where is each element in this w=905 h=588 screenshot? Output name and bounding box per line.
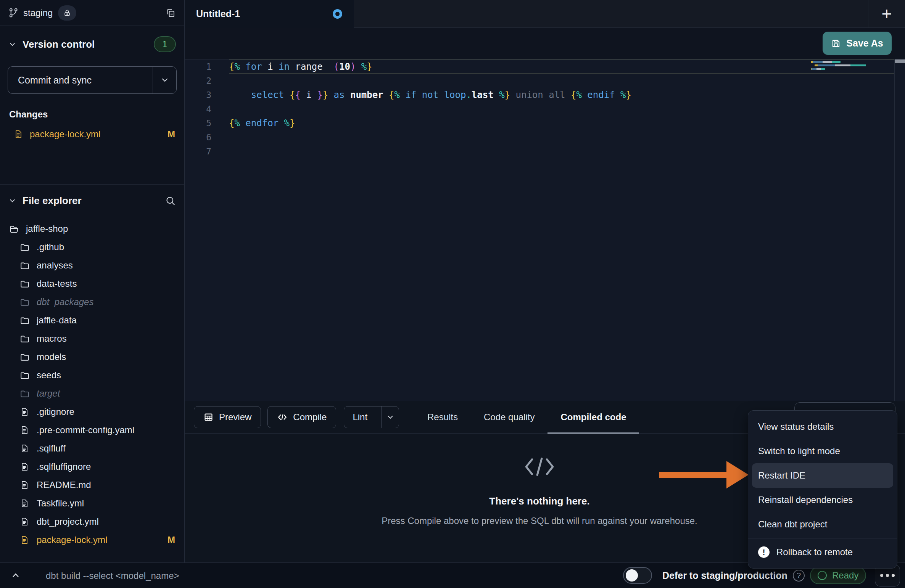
- panel-tab-results[interactable]: Results: [414, 401, 471, 434]
- menu-item-clean-dbt-project[interactable]: Clean dbt project: [752, 512, 893, 537]
- menu-item-rollback-to-remote[interactable]: !Rollback to remote: [752, 540, 893, 564]
- folder-icon: [20, 334, 31, 344]
- line-number: 3: [185, 90, 229, 100]
- file-name: dbt_packages: [37, 297, 93, 307]
- menu-item-switch-to-light-mode[interactable]: Switch to light mode: [752, 439, 893, 463]
- results-panel: Preview Compile Lint ResultsCode quality…: [185, 401, 905, 562]
- preview-label: Preview: [219, 412, 251, 423]
- save-as-button[interactable]: Save As: [823, 32, 892, 55]
- status-badge: Ready: [810, 567, 866, 584]
- code-line[interactable]: 5{% endfor %}: [185, 116, 905, 130]
- file-tree-item--sqlfluffignore[interactable]: .sqlfluffignore: [0, 458, 184, 476]
- expand-command-bar-button[interactable]: [0, 563, 31, 588]
- code-icon: [277, 412, 288, 423]
- status-text: Ready: [832, 570, 858, 581]
- code-line[interactable]: 1{% for i in range (10) %}: [185, 59, 905, 74]
- menu-item-view-status-details[interactable]: View status details: [752, 414, 893, 439]
- defer-toggle[interactable]: [623, 567, 652, 584]
- file-tree-item-data-tests[interactable]: data-tests: [0, 275, 184, 293]
- copy-branch-button[interactable]: [166, 8, 176, 18]
- new-tab-button[interactable]: +: [868, 0, 905, 28]
- editor-tabstrip: Untitled-1 +: [185, 0, 905, 28]
- code-text: select {{ i }} as number {% if not loop.…: [229, 90, 631, 100]
- editor-header: Save As: [185, 28, 905, 59]
- file-tree-item-seeds[interactable]: seeds: [0, 366, 184, 384]
- file-name: jaffle-shop: [26, 223, 68, 234]
- folder-icon: [20, 260, 31, 270]
- file-tree-item-models[interactable]: models: [0, 348, 184, 366]
- file-icon: [20, 498, 31, 508]
- compile-button[interactable]: Compile: [267, 406, 336, 428]
- file-icon: [20, 517, 31, 527]
- file-icon: [20, 407, 31, 417]
- file-icon: [20, 480, 31, 490]
- minimap[interactable]: [811, 61, 868, 71]
- file-tree-item-dbt-packages[interactable]: dbt_packages: [0, 293, 184, 311]
- file-tree-item--pre-commit-config-yaml[interactable]: .pre-commit-config.yaml: [0, 421, 184, 439]
- folder-icon: [20, 389, 31, 398]
- file-tree-item--sqlfluff[interactable]: .sqlfluff: [0, 439, 184, 458]
- code-line[interactable]: 4: [185, 102, 905, 116]
- file-tree-item--github[interactable]: .github: [0, 238, 184, 256]
- lint-label: Lint: [344, 412, 376, 423]
- commit-and-sync-button[interactable]: Commit and sync: [8, 66, 177, 94]
- branch-name: staging: [23, 8, 53, 18]
- folder-icon: [20, 297, 31, 307]
- commit-options-chevron[interactable]: [153, 67, 176, 93]
- file-name: .gitignore: [37, 406, 74, 417]
- file-name: .sqlfluff: [37, 443, 66, 454]
- line-number: 4: [185, 104, 229, 114]
- file-icon: [20, 535, 31, 545]
- panel-tab-compiled-code[interactable]: Compiled code: [548, 401, 639, 434]
- code-line[interactable]: 2: [185, 74, 905, 88]
- code-editor[interactable]: 1{% for i in range (10) %}23 select {{ i…: [185, 59, 905, 401]
- file-tree-item-jaffle-data[interactable]: jaffle-data: [0, 311, 184, 329]
- menu-item-restart-ide[interactable]: Restart IDE: [752, 463, 893, 488]
- version-control-title: Version control: [23, 39, 95, 50]
- file-name: macros: [37, 333, 67, 344]
- changed-file-row[interactable]: package-lock.ymlM: [0, 125, 184, 143]
- lint-options-chevron[interactable]: [381, 406, 399, 428]
- command-input-placeholder[interactable]: dbt build --select <model_name>: [46, 563, 179, 588]
- file-tree-item-dbt-project-yml[interactable]: dbt_project.yml: [0, 512, 184, 531]
- changed-file-name: package-lock.yml: [30, 129, 100, 140]
- file-tree-item-jaffle-shop[interactable]: jaffle-shop: [0, 220, 184, 238]
- chevron-down-icon[interactable]: [8, 40, 16, 48]
- file-tree-item--gitignore[interactable]: .gitignore: [0, 403, 184, 421]
- menu-item-label: Restart IDE: [758, 470, 805, 481]
- file-name: seeds: [37, 370, 61, 381]
- annotation-arrow-head: [726, 461, 749, 488]
- file-tree-item-package-lock-yml[interactable]: package-lock.ymlM: [0, 531, 184, 549]
- line-number: 7: [185, 146, 229, 156]
- code-line[interactable]: 6: [185, 130, 905, 144]
- file-tree-item-taskfile-yml[interactable]: Taskfile.yml: [0, 494, 184, 512]
- compile-label: Compile: [293, 412, 327, 423]
- save-icon: [831, 39, 841, 48]
- file-icon: [20, 425, 31, 435]
- lint-button[interactable]: Lint: [344, 406, 399, 428]
- code-line[interactable]: 3 select {{ i }} as number {% if not loo…: [185, 88, 905, 102]
- tab-untitled-1[interactable]: Untitled-1: [185, 0, 354, 28]
- file-tree-item-readme-md[interactable]: README.md: [0, 476, 184, 494]
- line-number: 2: [185, 76, 229, 86]
- preview-button[interactable]: Preview: [194, 406, 261, 428]
- editor-scrollbar-track[interactable]: [894, 59, 905, 401]
- file-tree-item-analyses[interactable]: analyses: [0, 256, 184, 275]
- file-search-button[interactable]: [165, 195, 176, 206]
- sidebar: staging Version control 1 Com: [0, 0, 185, 562]
- menu-item-reinstall-dependencies[interactable]: Reinstall dependencies: [752, 488, 893, 512]
- chevron-down-icon[interactable]: [8, 197, 16, 205]
- file-tree-item-macros[interactable]: macros: [0, 329, 184, 348]
- code-line[interactable]: 7: [185, 144, 905, 158]
- lock-icon: [63, 9, 71, 17]
- panel-tab-code-quality[interactable]: Code quality: [471, 401, 548, 434]
- file-tree-item-target[interactable]: target: [0, 384, 184, 403]
- panel-tabs: ResultsCode qualityCompiled code: [403, 401, 639, 434]
- context-menu: View status detailsSwitch to light modeR…: [748, 410, 897, 569]
- help-icon[interactable]: ?: [793, 570, 805, 582]
- tab-title: Untitled-1: [196, 8, 240, 19]
- editor-scrollbar-thumb[interactable]: [895, 59, 905, 63]
- annotation-arrow: [659, 472, 727, 478]
- line-number: 5: [185, 118, 229, 128]
- unsaved-changes-dot: [333, 9, 342, 19]
